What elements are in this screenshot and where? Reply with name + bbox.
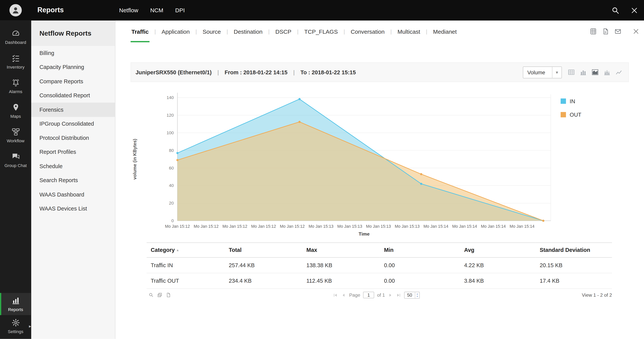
- column-header-total[interactable]: Total: [225, 243, 302, 257]
- topnav-dpi[interactable]: DPI: [175, 7, 185, 13]
- rail-item-dashboard[interactable]: Dashboard: [0, 25, 31, 49]
- workflow-icon: [11, 128, 20, 136]
- page-size-select[interactable]: 50 ▲▼: [404, 292, 420, 298]
- tab-separator: |: [390, 28, 392, 34]
- area-chart: 020406080100120140Mo Jan 15:12Mo Jan 15:…: [130, 86, 629, 237]
- metric-select[interactable]: Volume ▾: [523, 66, 562, 78]
- cell-category: Traffic OUT: [147, 273, 225, 289]
- rail-item-alarms[interactable]: Alarms: [0, 74, 31, 99]
- sidebar-item-consolidated-report[interactable]: Consolidated Report: [31, 88, 115, 103]
- dashboard-icon: [11, 29, 20, 38]
- sidebar-item-waas-dashboard[interactable]: WAAS Dashboard: [31, 188, 115, 202]
- column-header-min[interactable]: Min: [380, 243, 460, 257]
- cell-avg: 3.84 KB: [460, 273, 536, 289]
- sidebar-item-protocol-distribution[interactable]: Protocol Distribution: [31, 131, 115, 145]
- svg-text:Mo Jan 15:14: Mo Jan 15:14: [481, 224, 506, 229]
- stepper-icon[interactable]: ▲▼: [415, 292, 420, 298]
- search-icon[interactable]: [612, 6, 620, 14]
- rail-item-inventory[interactable]: Inventory: [0, 49, 31, 74]
- svg-text:Mo Jan 15:12: Mo Jan 15:12: [165, 224, 190, 229]
- copy-icon[interactable]: [157, 293, 162, 298]
- export-pdf-icon[interactable]: [602, 28, 609, 35]
- sidebar-item-search-reports[interactable]: Search Reports: [31, 173, 115, 188]
- tab-multicast[interactable]: Multicast: [397, 20, 421, 42]
- rail-item-settings[interactable]: Settings▸: [0, 315, 31, 337]
- sidebar-item-schedule[interactable]: Schedule: [31, 159, 115, 173]
- export-excel-icon[interactable]: [590, 28, 597, 35]
- topbar-actions: [612, 6, 644, 14]
- rail-item-label: Workflow: [7, 138, 24, 143]
- tab-separator: |: [268, 28, 270, 34]
- tab-separator: |: [297, 28, 298, 34]
- next-page-button[interactable]: [388, 292, 393, 298]
- sidebar-item-ipgroup-consolidated[interactable]: IPGroup Consolidated: [31, 117, 115, 131]
- zoom-icon[interactable]: [148, 293, 154, 298]
- rail-item-workflow[interactable]: Workflow: [0, 123, 31, 148]
- sidebar-item-compare-reports[interactable]: Compare Reports: [31, 74, 115, 88]
- chevron-down-icon: ▾: [552, 67, 561, 78]
- chart-line-icon[interactable]: [615, 68, 623, 76]
- tab-application[interactable]: Application: [161, 20, 190, 42]
- svg-text:20: 20: [169, 201, 174, 206]
- app-rail: DashboardInventoryAlarmsMapsWorkflowGrou…: [0, 20, 31, 339]
- tab-conversation[interactable]: Conversation: [350, 20, 385, 42]
- last-page-button[interactable]: [396, 292, 402, 298]
- sidebar-item-forensics[interactable]: Forensics: [31, 103, 115, 117]
- expand-arrow-icon[interactable]: ▸: [29, 324, 31, 329]
- chart-table-icon[interactable]: [568, 68, 575, 76]
- tab-traffic[interactable]: Traffic: [130, 20, 150, 42]
- column-header-category[interactable]: Category▴: [147, 243, 225, 257]
- chart-type-switcher: [568, 68, 623, 76]
- sidebar-item-capacity-planning[interactable]: Capacity Planning: [31, 60, 115, 74]
- report-tabs-row: Traffic|Application|Source|Destination|D…: [130, 20, 640, 42]
- close-icon[interactable]: [630, 6, 638, 14]
- rail-item-maps[interactable]: Maps: [0, 98, 31, 123]
- svg-text:Mo Jan 15:12: Mo Jan 15:12: [194, 224, 218, 229]
- topnav-ncm[interactable]: NCM: [150, 7, 163, 13]
- svg-text:Mo Jan 15:14: Mo Jan 15:14: [424, 224, 448, 229]
- rail-item-reports[interactable]: Reports: [0, 293, 31, 315]
- rail-items: DashboardInventoryAlarmsMapsWorkflowGrou…: [0, 20, 31, 172]
- first-page-button[interactable]: [333, 292, 338, 298]
- chart-area-icon[interactable]: [592, 68, 599, 76]
- reports-icon: [11, 296, 20, 305]
- tab-source[interactable]: Source: [202, 20, 222, 42]
- tab-dscp[interactable]: DSCP: [274, 20, 292, 42]
- chart-bar-icon[interactable]: [580, 68, 587, 76]
- column-header-avg[interactable]: Avg: [460, 243, 536, 257]
- email-report-icon[interactable]: [614, 28, 622, 35]
- page-input[interactable]: [363, 292, 374, 298]
- user-avatar[interactable]: [10, 4, 22, 16]
- column-header-max[interactable]: Max: [302, 243, 380, 257]
- close-report-icon[interactable]: [632, 28, 640, 35]
- tab-tcp-flags[interactable]: TCP_FLAGS: [304, 20, 339, 42]
- tab-separator: |: [154, 28, 156, 34]
- svg-text:0: 0: [172, 218, 174, 223]
- sidebar-item-report-profiles[interactable]: Report Profiles: [31, 145, 115, 159]
- rail-item-label: Dashboard: [5, 40, 26, 45]
- separator: |: [218, 69, 219, 75]
- sidebar-item-waas-devices-list[interactable]: WAAS Devices List: [31, 202, 115, 216]
- table-row-traffic-in: Traffic IN257.44 KB138.38 KB0.004.22 KB2…: [147, 257, 612, 273]
- rail-item-group-chat[interactable]: Group Chat: [0, 148, 31, 172]
- column-header-standard-deviation[interactable]: Standard Deviation: [536, 243, 612, 257]
- grid-tools: [147, 293, 171, 298]
- topnav-netflow[interactable]: Netflow: [119, 7, 138, 13]
- rail-bottom-items: ReportsSettings▸: [0, 293, 31, 337]
- cell-avg: 4.22 KB: [460, 257, 536, 273]
- chart-stacked-bar-icon[interactable]: [603, 68, 611, 76]
- tab-separator: |: [226, 28, 228, 34]
- tab-destination[interactable]: Destination: [233, 20, 264, 42]
- report-header-band: JuniperSRX550 (Ethernet0/1) | From : 201…: [130, 62, 629, 82]
- svg-text:Mo Jan 15:12: Mo Jan 15:12: [222, 224, 247, 229]
- top-nav: NetflowNCMDPI: [119, 7, 185, 13]
- export-document-icon[interactable]: [166, 293, 171, 298]
- tab-medianet[interactable]: Medianet: [432, 20, 458, 42]
- sort-ascending-icon: ▴: [177, 248, 178, 252]
- page-of-label: of 1: [377, 293, 385, 298]
- sidebar-item-billing[interactable]: Billing: [31, 46, 115, 60]
- app-root: Reports NetflowNCMDPI DashboardInventory…: [0, 0, 644, 339]
- svg-text:volume (in KBytes): volume (in KBytes): [132, 139, 137, 180]
- prev-page-button[interactable]: [341, 292, 346, 298]
- cell-total: 257.44 KB: [225, 257, 302, 273]
